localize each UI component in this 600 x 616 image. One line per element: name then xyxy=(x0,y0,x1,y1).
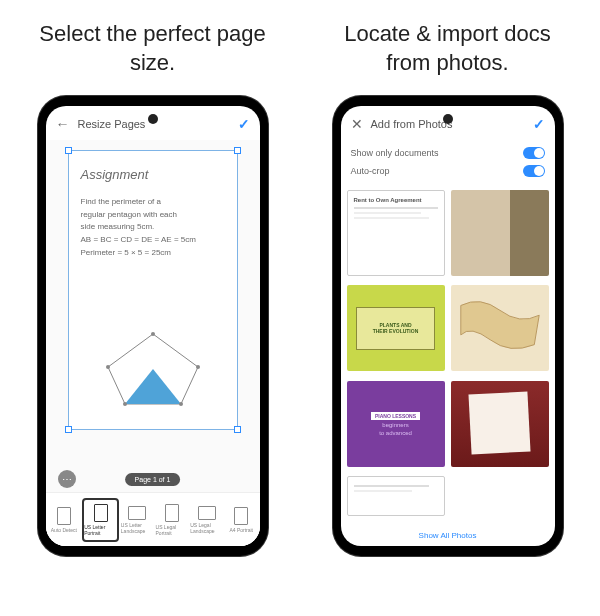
doc-line: Find the perimeter of a xyxy=(81,196,225,209)
doc-line: regular pentagon with each xyxy=(81,209,225,222)
size-us-letter-landscape[interactable]: US Letter Landscape xyxy=(121,502,154,538)
switch-auto-crop[interactable] xyxy=(523,165,545,177)
phone-frame-left: ← Resize Pages ✓ Assignment Find the per… xyxy=(38,96,268,556)
thumb-subtext: beginners xyxy=(382,422,408,428)
size-us-letter-portrait[interactable]: US Letter Portrait xyxy=(82,498,119,542)
caption-right: Locate & import docs from photos. xyxy=(325,20,570,78)
feature-right: Locate & import docs from photos. ✕ Add … xyxy=(325,20,570,556)
thumb-text: Rent to Own Agreement xyxy=(354,197,422,203)
crop-handle-tl[interactable] xyxy=(65,147,72,154)
size-us-legal-portrait[interactable]: US Legal Portrait xyxy=(156,500,189,540)
phone-frame-right: ✕ Add from Photos ✓ Show only documents … xyxy=(333,96,563,556)
topbar-left: ← Resize Pages ✓ xyxy=(46,106,260,140)
size-label: US Legal Portrait xyxy=(156,524,189,536)
toggle-group: Show only documents Auto-crop xyxy=(341,140,555,184)
thumb-text: PIANO LESSONS xyxy=(371,412,420,420)
photo-thumb-plants[interactable]: PLANTS AND THEIR EVOLUTION xyxy=(347,285,445,371)
svg-point-4 xyxy=(179,402,183,406)
pentagon-diagram xyxy=(103,329,203,409)
photo-thumb-map[interactable] xyxy=(451,285,549,371)
confirm-check-icon[interactable]: ✓ xyxy=(533,116,545,132)
thumb-text: THEIR EVOLUTION xyxy=(373,328,419,334)
size-label: US Letter Portrait xyxy=(84,524,117,536)
photo-grid: Rent to Own Agreement PLANTS AND THEIR E… xyxy=(341,184,555,525)
crop-handle-tr[interactable] xyxy=(234,147,241,154)
doc-line: side measuring 5cm. xyxy=(81,221,225,234)
photo-thumb-piano[interactable]: PIANO LESSONS beginners to advanced xyxy=(347,381,445,467)
size-label: US Letter Landscape xyxy=(121,522,154,534)
close-icon[interactable]: ✕ xyxy=(351,116,363,132)
svg-marker-1 xyxy=(125,369,181,404)
feature-left: Select the perfect page size. ← Resize P… xyxy=(30,20,275,556)
caption-left: Select the perfect page size. xyxy=(30,20,275,78)
svg-point-2 xyxy=(151,332,155,336)
size-label: Auto Detect xyxy=(51,527,77,533)
switch-show-only-docs[interactable] xyxy=(523,147,545,159)
size-label: US Legal Landscape xyxy=(190,522,223,534)
size-options-row: Auto Detect US Letter Portrait US Letter… xyxy=(46,492,260,546)
svg-point-5 xyxy=(123,402,127,406)
thumb-subtext: to advanced xyxy=(379,430,412,436)
doc-line: Perimeter = 5 × 5 = 25cm xyxy=(81,247,225,260)
size-a4-portrait[interactable]: A4 Portrait xyxy=(225,503,258,537)
toggle-label: Show only documents xyxy=(351,148,439,158)
screen-left: ← Resize Pages ✓ Assignment Find the per… xyxy=(46,106,260,546)
screen-right: ✕ Add from Photos ✓ Show only documents … xyxy=(341,106,555,546)
confirm-check-icon[interactable]: ✓ xyxy=(238,116,250,132)
photo-thumb-document[interactable]: Rent to Own Agreement xyxy=(347,190,445,276)
photo-thumb-red-paper[interactable] xyxy=(451,381,549,467)
doc-line: AB = BC = CD = DE = AE = 5cm xyxy=(81,234,225,247)
toggle-auto-crop: Auto-crop xyxy=(351,162,545,180)
doc-title: Assignment xyxy=(81,165,225,186)
svg-point-6 xyxy=(106,365,110,369)
size-auto-detect[interactable]: Auto Detect xyxy=(48,503,81,537)
page-options-button[interactable]: ⋯ xyxy=(58,470,76,488)
toggle-label: Auto-crop xyxy=(351,166,390,176)
size-label: A4 Portrait xyxy=(229,527,253,533)
back-icon[interactable]: ← xyxy=(56,116,70,132)
crop-handle-br[interactable] xyxy=(234,426,241,433)
topbar-right: ✕ Add from Photos ✓ xyxy=(341,106,555,140)
svg-point-3 xyxy=(196,365,200,369)
document-page[interactable]: Assignment Find the perimeter of a regul… xyxy=(68,150,238,430)
toggle-show-only-docs: Show only documents xyxy=(351,144,545,162)
photo-thumb-document-2[interactable] xyxy=(347,476,445,516)
photo-thumb-interior[interactable] xyxy=(451,190,549,276)
screen-title: Resize Pages xyxy=(78,118,230,130)
page-indicator: Page 1 of 1 xyxy=(125,473,181,486)
crop-handle-bl[interactable] xyxy=(65,426,72,433)
show-all-photos-link[interactable]: Show All Photos xyxy=(341,525,555,546)
screen-title: Add from Photos xyxy=(371,118,525,130)
size-us-legal-landscape[interactable]: US Legal Landscape xyxy=(190,502,223,538)
